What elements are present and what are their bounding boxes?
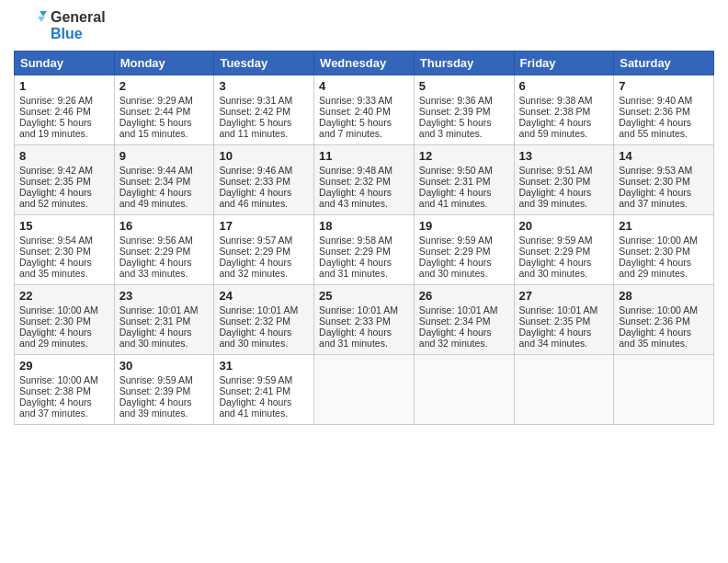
day-number: 15 <box>19 219 109 233</box>
sunrise: Sunrise: 9:57 AM <box>219 235 292 246</box>
day-cell: 3 Sunrise: 9:31 AM Sunset: 2:42 PM Dayli… <box>214 75 314 144</box>
sunset: Sunset: 2:46 PM <box>19 106 91 117</box>
sunset: Sunset: 2:29 PM <box>119 246 191 257</box>
day-cell: 23 Sunrise: 10:01 AM Sunset: 2:31 PM Day… <box>114 284 214 354</box>
day-cell: 25 Sunrise: 10:01 AM Sunset: 2:33 PM Day… <box>314 284 415 354</box>
day-number: 23 <box>119 289 210 303</box>
sunrise: Sunrise: 9:56 AM <box>119 235 193 246</box>
sunset: Sunset: 2:44 PM <box>119 106 191 117</box>
day-cell: 7 Sunrise: 9:40 AM Sunset: 2:36 PM Dayli… <box>614 75 714 144</box>
sunset: Sunset: 2:34 PM <box>119 176 191 187</box>
sunset: Sunset: 2:30 PM <box>519 176 591 187</box>
daylight: Daylight: 4 hours and 39 minutes. <box>119 396 192 419</box>
logo-svg <box>14 9 47 42</box>
day-cell: 18 Sunrise: 9:58 AM Sunset: 2:29 PM Dayl… <box>314 214 415 284</box>
logo-general: General <box>51 9 106 26</box>
day-number: 4 <box>319 79 409 93</box>
day-cell: 12 Sunrise: 9:50 AM Sunset: 2:31 PM Dayl… <box>414 144 514 214</box>
daylight: Daylight: 4 hours and 30 minutes. <box>219 327 291 349</box>
sunset: Sunset: 2:41 PM <box>219 385 290 396</box>
daylight: Daylight: 4 hours and 59 minutes. <box>519 117 592 139</box>
sunset: Sunset: 2:29 PM <box>219 246 290 257</box>
day-number: 5 <box>419 79 509 93</box>
sunset: Sunset: 2:39 PM <box>119 385 191 396</box>
sunset: Sunset: 2:36 PM <box>619 106 690 117</box>
sunrise: Sunrise: 9:29 AM <box>119 95 193 106</box>
day-number: 27 <box>519 289 609 303</box>
sunset: Sunset: 2:33 PM <box>219 176 290 187</box>
week-row-2: 8 Sunrise: 9:42 AM Sunset: 2:35 PM Dayli… <box>15 144 714 214</box>
daylight: Daylight: 5 hours and 11 minutes. <box>219 117 291 139</box>
svg-marker-1 <box>38 17 45 22</box>
day-cell: 28 Sunrise: 10:00 AM Sunset: 2:36 PM Day… <box>614 284 714 354</box>
calendar-container: General Blue SundayMondayTuesdayWednesda… <box>0 0 728 563</box>
day-cell: 27 Sunrise: 10:01 AM Sunset: 2:35 PM Day… <box>514 284 614 354</box>
sunrise: Sunrise: 9:33 AM <box>319 95 392 106</box>
sunset: Sunset: 2:33 PM <box>319 316 391 327</box>
daylight: Daylight: 4 hours and 31 minutes. <box>319 327 392 349</box>
sunset: Sunset: 2:40 PM <box>319 106 391 117</box>
day-cell: 24 Sunrise: 10:01 AM Sunset: 2:32 PM Day… <box>214 284 314 354</box>
sunrise: Sunrise: 9:36 AM <box>419 95 493 106</box>
daylight: Daylight: 4 hours and 29 minutes. <box>19 327 92 349</box>
day-cell <box>614 354 714 424</box>
day-number: 30 <box>119 359 210 373</box>
sunset: Sunset: 2:32 PM <box>319 176 391 187</box>
day-number: 28 <box>619 289 709 303</box>
sunrise: Sunrise: 10:01 AM <box>319 304 398 316</box>
sunset: Sunset: 2:38 PM <box>19 385 91 396</box>
daylight: Daylight: 5 hours and 19 minutes. <box>19 117 92 139</box>
sunrise: Sunrise: 10:00 AM <box>19 374 98 385</box>
daylight: Daylight: 4 hours and 33 minutes. <box>119 257 192 279</box>
sunrise: Sunrise: 9:38 AM <box>519 95 593 106</box>
day-cell: 4 Sunrise: 9:33 AM Sunset: 2:40 PM Dayli… <box>314 75 415 144</box>
day-cell: 6 Sunrise: 9:38 AM Sunset: 2:38 PM Dayli… <box>514 75 614 144</box>
daylight: Daylight: 4 hours and 29 minutes. <box>619 257 691 279</box>
header-wednesday: Wednesday <box>314 51 415 75</box>
sunrise: Sunrise: 10:01 AM <box>119 304 199 316</box>
day-cell: 11 Sunrise: 9:48 AM Sunset: 2:32 PM Dayl… <box>314 144 415 214</box>
daylight: Daylight: 4 hours and 32 minutes. <box>219 257 291 279</box>
header-tuesday: Tuesday <box>214 51 314 75</box>
day-number: 10 <box>219 149 309 163</box>
daylight: Daylight: 4 hours and 41 minutes. <box>219 396 291 419</box>
week-row-4: 22 Sunrise: 10:00 AM Sunset: 2:30 PM Day… <box>15 284 714 354</box>
day-number: 29 <box>19 359 109 373</box>
day-number: 22 <box>19 289 109 303</box>
sunset: Sunset: 2:29 PM <box>519 246 591 257</box>
daylight: Daylight: 5 hours and 15 minutes. <box>119 117 192 139</box>
sunrise: Sunrise: 10:00 AM <box>19 304 98 316</box>
daylight: Daylight: 4 hours and 49 minutes. <box>119 187 192 209</box>
daylight: Daylight: 4 hours and 30 minutes. <box>519 257 592 279</box>
day-number: 24 <box>219 289 309 303</box>
sunset: Sunset: 2:30 PM <box>19 316 91 327</box>
day-cell: 14 Sunrise: 9:53 AM Sunset: 2:30 PM Dayl… <box>614 144 714 214</box>
header: General Blue <box>14 9 714 43</box>
sunrise: Sunrise: 10:00 AM <box>619 235 698 246</box>
svg-marker-0 <box>40 11 47 17</box>
sunrise: Sunrise: 9:59 AM <box>119 374 193 385</box>
sunrise: Sunrise: 9:31 AM <box>219 95 292 106</box>
sunrise: Sunrise: 9:51 AM <box>519 165 593 176</box>
daylight: Daylight: 4 hours and 30 minutes. <box>119 327 192 349</box>
day-number: 8 <box>19 149 109 163</box>
day-number: 3 <box>219 79 309 93</box>
sunrise: Sunrise: 10:01 AM <box>519 304 598 316</box>
day-number: 20 <box>519 219 609 233</box>
daylight: Daylight: 4 hours and 52 minutes. <box>19 187 92 209</box>
day-number: 31 <box>219 359 309 373</box>
sunrise: Sunrise: 10:01 AM <box>419 304 498 316</box>
day-cell: 22 Sunrise: 10:00 AM Sunset: 2:30 PM Day… <box>15 284 115 354</box>
week-row-1: 1 Sunrise: 9:26 AM Sunset: 2:46 PM Dayli… <box>15 75 714 144</box>
sunset: Sunset: 2:42 PM <box>219 106 290 117</box>
sunrise: Sunrise: 10:01 AM <box>219 304 298 316</box>
sunrise: Sunrise: 9:54 AM <box>19 235 93 246</box>
sunset: Sunset: 2:30 PM <box>619 246 690 257</box>
day-cell <box>514 354 614 424</box>
daylight: Daylight: 4 hours and 35 minutes. <box>19 257 92 279</box>
sunset: Sunset: 2:35 PM <box>519 316 591 327</box>
sunset: Sunset: 2:38 PM <box>519 106 591 117</box>
week-row-5: 29 Sunrise: 10:00 AM Sunset: 2:38 PM Day… <box>15 354 714 424</box>
sunset: Sunset: 2:29 PM <box>419 246 491 257</box>
day-cell: 1 Sunrise: 9:26 AM Sunset: 2:46 PM Dayli… <box>15 75 115 144</box>
